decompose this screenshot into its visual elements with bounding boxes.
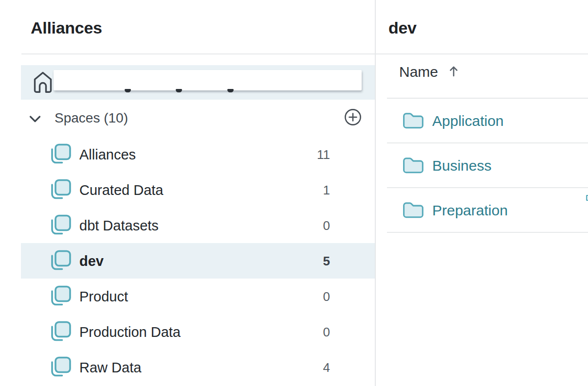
- space-label: dev: [79, 253, 104, 269]
- folder-link[interactable]: Business: [432, 158, 492, 174]
- space-icon: [49, 355, 72, 379]
- redacted-label: [54, 70, 362, 90]
- chevron-down-icon[interactable]: [29, 115, 41, 123]
- redacted-text-fragment: [176, 89, 182, 92]
- space-count: 4: [323, 360, 330, 375]
- home-icon: [33, 71, 53, 93]
- folder-row-business[interactable]: Business: [376, 143, 588, 188]
- space-count: 0: [323, 218, 330, 233]
- space-icon: [49, 213, 72, 237]
- space-count: 0: [323, 324, 330, 339]
- space-row-raw-data[interactable]: Raw Data 4: [21, 350, 375, 385]
- sidebar-title: Alliances: [31, 18, 102, 37]
- main-title-divider: [376, 53, 588, 54]
- row-divider: [387, 232, 588, 233]
- folder-icon: [403, 202, 424, 218]
- redacted-text-fragment: [227, 89, 234, 92]
- space-icon: [49, 142, 72, 166]
- space-list: Alliances 11 Curated Data 1: [21, 137, 375, 385]
- space-row-dev[interactable]: dev 5: [21, 243, 375, 279]
- space-count: 5: [323, 253, 330, 268]
- space-row-production-data[interactable]: Production Data 0: [21, 314, 375, 350]
- space-count: 0: [323, 289, 330, 304]
- app-window: Alliances Spaces (10): [0, 0, 588, 386]
- name-column-header[interactable]: Name: [399, 64, 438, 80]
- folder-icon: [403, 157, 424, 174]
- clipped-icon-edge: [586, 195, 588, 201]
- space-icon: [49, 284, 72, 308]
- table-header: Name: [376, 62, 588, 85]
- folder-row-preparation[interactable]: Preparation: [376, 188, 588, 233]
- spaces-section-header: Spaces (10): [21, 108, 375, 127]
- space-label: Alliances: [79, 146, 136, 162]
- space-contents-panel: dev Name Application: [376, 0, 588, 386]
- home-row[interactable]: [21, 65, 375, 100]
- folder-icon: [403, 112, 424, 129]
- plus-circle-icon[interactable]: [344, 108, 362, 126]
- space-row-dbt-datasets[interactable]: dbt Datasets 0: [21, 208, 375, 243]
- page-title: dev: [388, 18, 417, 37]
- arrow-up-icon[interactable]: [449, 65, 459, 77]
- space-label: Raw Data: [79, 359, 141, 375]
- space-count: 1: [323, 182, 330, 197]
- space-row-product[interactable]: Product 0: [21, 279, 375, 314]
- space-icon: [49, 249, 72, 272]
- folder-link[interactable]: Preparation: [432, 202, 508, 219]
- space-label: Production Data: [79, 324, 181, 340]
- folder-row-application[interactable]: Application: [376, 99, 588, 143]
- space-row-alliances[interactable]: Alliances 11: [21, 137, 375, 172]
- redacted-text-fragment: [125, 89, 131, 92]
- space-icon: [49, 320, 72, 343]
- spaces-section-label[interactable]: Spaces (10): [55, 110, 128, 126]
- folder-table: Application Business Preparati: [376, 99, 588, 233]
- space-label: dbt Datasets: [79, 217, 159, 233]
- spaces-sidebar: Alliances Spaces (10): [0, 0, 375, 386]
- space-icon: [49, 178, 72, 201]
- sidebar-title-divider: [21, 53, 375, 54]
- space-label: Curated Data: [79, 182, 164, 198]
- space-label: Product: [79, 288, 128, 304]
- folder-link[interactable]: Application: [432, 113, 504, 129]
- space-count: 11: [317, 147, 330, 162]
- space-row-curated-data[interactable]: Curated Data 1: [21, 172, 375, 208]
